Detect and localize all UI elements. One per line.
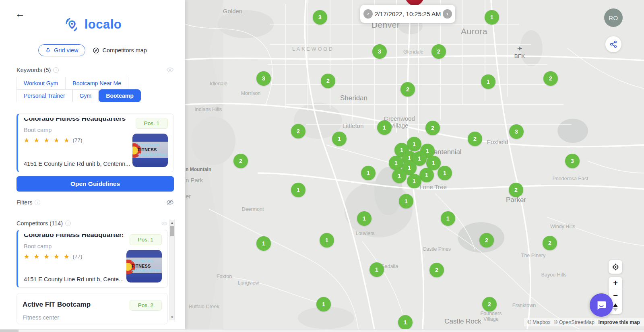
date-text: 2/17/2022, 10:25:25 AM <box>375 10 441 18</box>
geolocate-icon <box>612 263 619 271</box>
competitors-scrollbar[interactable]: ▲ ▼ <box>169 220 175 320</box>
map-marker[interactable]: 1 <box>407 174 421 188</box>
tab-competitors-map[interactable]: Competitors map <box>93 47 147 54</box>
share-button[interactable] <box>605 36 621 52</box>
map-canvas[interactable]: GoldenDenverAuroraLAKEWOODGlendaleIdleda… <box>185 0 644 329</box>
map-marker[interactable]: 2 <box>400 82 415 97</box>
filters-visibility-off-icon[interactable] <box>166 198 174 206</box>
map-marker[interactable]: 1 <box>357 211 372 226</box>
keyword-chip-bootcamp-selected[interactable]: Bootcamp <box>99 89 140 102</box>
map-marker[interactable]: 1 <box>332 132 347 146</box>
chat-widget-button[interactable] <box>590 293 613 317</box>
improve-map-link[interactable]: Improve this map <box>599 320 640 325</box>
scrollbar-down-arrow[interactable]: ▼ <box>170 316 174 319</box>
pitch-down-icon <box>613 308 618 311</box>
map-marker[interactable]: 1 <box>485 10 499 25</box>
keyword-chip-gym[interactable]: Gym <box>72 89 99 102</box>
osm-attribution-link[interactable]: © OpenStreetMap <box>554 320 594 325</box>
localo-logo-icon <box>64 16 80 33</box>
map-marker[interactable]: 1 <box>316 297 331 311</box>
map-marker[interactable]: 2 <box>291 124 305 138</box>
map-marker[interactable]: 2 <box>429 263 444 277</box>
business-address: 4151 E County Line Rd unit b, Centenn... <box>24 152 129 167</box>
map-marker[interactable]: 1 <box>256 236 271 251</box>
competitor-category: Fitness center <box>23 314 123 321</box>
competitors-info-icon: i <box>65 221 71 226</box>
map-marker[interactable]: 1 <box>407 137 421 151</box>
tab-grid-view[interactable]: Grid view <box>38 44 85 56</box>
filters-label: Filters <box>17 199 32 206</box>
competitor-category: Boot camp <box>24 243 123 250</box>
map-marker[interactable]: 1 <box>291 183 305 197</box>
keywords-label: Keywords (5) <box>17 67 51 73</box>
map-marker[interactable]: 3 <box>565 154 580 168</box>
horizontal-scrollbar-thumb[interactable] <box>0 330 19 332</box>
position-badge: Pos. 1 <box>130 234 162 245</box>
map-marker[interactable]: 3 <box>256 71 271 86</box>
map-marker[interactable]: 1 <box>320 233 334 247</box>
competitor-card-2[interactable]: Active FIT Bootcamp Fitness center Pos. … <box>17 293 168 324</box>
map-marker[interactable]: 2 <box>509 183 523 197</box>
map-attribution: © Mapbox © OpenStreetMap Improve this ma… <box>524 318 644 326</box>
competitor-card-1[interactable]: Colorado Fitness Headquarters Boot camp … <box>17 230 168 288</box>
scrollbar-thumb[interactable] <box>170 226 174 236</box>
map-marker[interactable]: 3 <box>372 44 387 59</box>
map-marker[interactable]: 1 <box>389 156 403 170</box>
selected-business-card[interactable]: Colorado Fitness Headquarters Boot camp … <box>17 113 174 172</box>
map-marker[interactable]: 1 <box>398 315 413 329</box>
map-marker[interactable]: 2 <box>431 44 446 59</box>
position-badge: Pos. 2 <box>130 300 162 311</box>
competitor-title: Active FIT Bootcamp <box>23 301 123 309</box>
prev-date-button[interactable]: ‹ <box>363 9 373 19</box>
map-marker[interactable]: 1 <box>438 166 452 180</box>
logo: localo <box>0 16 185 33</box>
competitor-title: Colorado Fitness Headquarters <box>24 234 123 239</box>
map-marker[interactable]: 1 <box>369 262 384 277</box>
keywords-visibility-toggle-icon[interactable] <box>166 66 174 74</box>
map-marker[interactable]: 1 <box>419 168 434 182</box>
map-marker[interactable]: 1 <box>377 120 392 135</box>
map-marker[interactable]: 3 <box>509 124 524 139</box>
pitch-up-icon <box>613 303 618 307</box>
open-guidelines-button[interactable]: Open Guidelines <box>17 176 174 192</box>
competitor-address: 4151 E County Line Rd unit b, Cente... <box>24 267 123 283</box>
user-avatar[interactable]: RO <box>604 8 623 27</box>
sidebar-panel: ← localo Grid view Competitors map <box>0 0 185 329</box>
map-marker[interactable]: 2 <box>468 132 482 146</box>
map-marker[interactable]: 1 <box>481 74 495 89</box>
competitors-visibility-toggle-icon[interactable] <box>161 221 167 227</box>
share-icon <box>609 40 617 48</box>
competitor-thumbnail: COLORADO FITNESS HEADQUARTER <box>126 250 162 283</box>
map-marker[interactable]: 2 <box>425 121 440 135</box>
keyword-chip-workout-gym[interactable]: Workout Gym <box>17 77 65 90</box>
map-marker[interactable]: 2 <box>543 236 557 250</box>
map-marker[interactable]: 1 <box>399 194 413 208</box>
map-marker[interactable]: 3 <box>313 10 327 25</box>
map-marker[interactable]: 2 <box>233 154 248 168</box>
keyword-chip-personal-trainer[interactable]: Personal Trainer <box>17 89 72 102</box>
map-marker[interactable]: 2 <box>479 233 494 247</box>
competitors-label: Competitors (114) <box>17 220 63 227</box>
map-marker[interactable]: 2 <box>321 74 335 88</box>
competitors-list: Colorado Fitness Headquarters Boot camp … <box>0 230 185 324</box>
keywords-info-icon: i <box>53 67 59 73</box>
horizontal-scrollbar[interactable] <box>0 329 644 332</box>
zoom-in-button[interactable]: + <box>609 277 622 289</box>
map-marker[interactable]: 2 <box>482 297 497 311</box>
competitors-header: Competitors (114) i <box>17 220 167 227</box>
map-marker[interactable]: 1 <box>361 166 376 180</box>
back-button[interactable]: ← <box>15 9 25 19</box>
map-marker[interactable]: 2 <box>543 71 558 86</box>
next-date-button[interactable]: › <box>443 9 452 19</box>
keyword-chip-bootcamp-near-me[interactable]: Bootcamp Near Me <box>65 77 128 90</box>
keyword-chips: Workout Gym Bootcamp Near Me Personal Tr… <box>17 77 169 102</box>
star-rating-icons: ★ ★ ★ ★ ★ <box>24 253 71 260</box>
scrollbar-up-arrow[interactable]: ▲ <box>170 221 174 225</box>
mapbox-attribution-link[interactable]: © Mapbox <box>527 320 550 325</box>
business-title: Colorado Fitness Headquarters <box>24 118 129 123</box>
business-category: Boot camp <box>24 127 129 133</box>
map-marker[interactable]: 1 <box>441 211 455 226</box>
map-marker[interactable]: 1 <box>392 169 407 183</box>
geolocate-button[interactable] <box>609 260 622 274</box>
logo-text: localo <box>85 17 122 32</box>
